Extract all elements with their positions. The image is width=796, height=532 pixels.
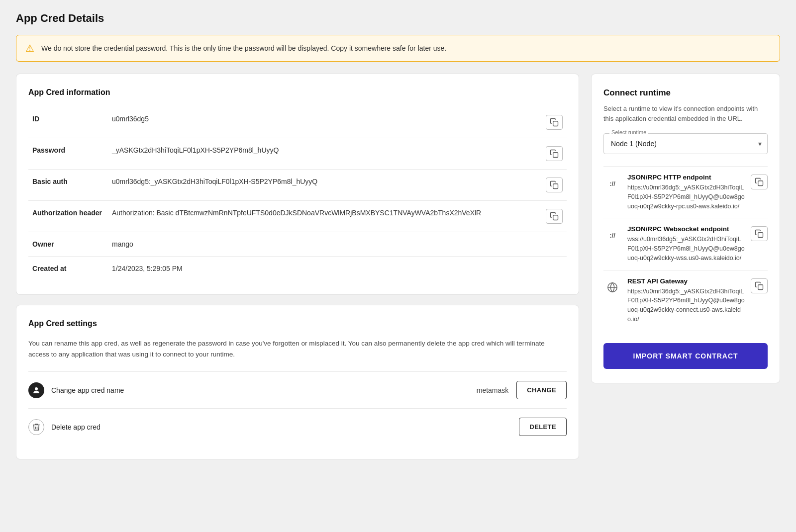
delete-label: Delete app cred (51, 423, 519, 431)
field-value: u0mrl36dg5:_yASKGtx2dH3hiToqiLF0l1pXH-S5… (108, 170, 546, 201)
page-title: App Cred Details (16, 12, 780, 25)
field-label: ID (28, 107, 108, 138)
settings-description: You can rename this app cred, as well as… (28, 338, 567, 359)
delete-row: Delete app cred DELETE (28, 408, 567, 445)
copy-password-button[interactable] (546, 146, 563, 161)
settings-card-title: App Cred settings (28, 319, 567, 328)
info-table: ID u0mrl36dg5 Password _yASKGtx2dH3hiToq… (28, 107, 567, 280)
table-row: Created at 1/24/2023, 5:29:05 PM (28, 257, 567, 281)
endpoint-rest-label: REST API Gateway (627, 277, 745, 285)
cred-name-value: metamask (477, 386, 509, 394)
copy-rest-endpoint-button[interactable] (751, 278, 768, 293)
field-label: Password (28, 138, 108, 170)
svg-rect-1 (553, 153, 558, 158)
field-value: Authorization: Basic dTBtcmwzNmRnNTpfeUF… (108, 201, 546, 232)
copy-auth-header-button[interactable] (546, 209, 563, 224)
field-value: u0mrl36dg5 (108, 107, 546, 138)
copy-id-button[interactable] (546, 115, 563, 130)
connect-panel: Connect runtime Select a runtime to view… (591, 74, 780, 383)
endpoint-ws-label: JSON/RPC Websocket endpoint (627, 225, 745, 233)
import-smart-contract-button[interactable]: IMPORT SMART CONTRACT (603, 343, 768, 369)
runtime-select[interactable]: Node 1 (Node) (603, 133, 768, 154)
field-value: mango (108, 232, 546, 257)
field-label: Basic auth (28, 170, 108, 201)
rpc-icon: :// (603, 175, 621, 192)
svg-point-4 (35, 387, 38, 390)
endpoint-ws: :// JSON/RPC Websocket endpoint wss://u0… (603, 218, 768, 269)
connect-title: Connect runtime (603, 88, 768, 98)
info-card: App Cred information ID u0mrl36dg5 Passw… (16, 74, 579, 295)
change-button[interactable]: CHANGE (516, 381, 567, 399)
settings-card: App Cred settings You can rename this ap… (16, 305, 579, 459)
table-row: Authorization header Authorization: Basi… (28, 201, 567, 232)
info-card-title: App Cred information (28, 88, 567, 97)
left-panel: App Cred information ID u0mrl36dg5 Passw… (16, 74, 579, 459)
runtime-select-wrapper: Select runtime Node 1 (Node) ▾ (603, 133, 768, 154)
field-label: Authorization header (28, 201, 108, 232)
connect-desc: Select a runtime to view it's connection… (603, 104, 768, 123)
endpoint-http: :// JSON/RPC HTTP endpoint https://u0mrl… (603, 166, 768, 218)
field-label: Owner (28, 232, 108, 257)
endpoint-ws-url: wss://u0mrl36dg5:_yASKGtx2dH3hiToqiLF0l1… (627, 235, 745, 263)
table-row: Owner mango (28, 232, 567, 257)
table-row: Basic auth u0mrl36dg5:_yASKGtx2dH3hiToqi… (28, 170, 567, 201)
ws-icon: :// (603, 226, 621, 244)
trash-icon (28, 419, 44, 435)
table-row: ID u0mrl36dg5 (28, 107, 567, 138)
endpoint-http-label: JSON/RPC HTTP endpoint (627, 174, 745, 181)
svg-rect-2 (553, 184, 558, 189)
alert-banner: ⚠ We do not store the credential passwor… (16, 35, 780, 62)
warning-icon: ⚠ (25, 42, 34, 54)
table-row: Password _yASKGtx2dH3hiToqiLF0l1pXH-S5P2… (28, 138, 567, 170)
copy-http-endpoint-button[interactable] (751, 175, 768, 189)
field-value: _yASKGtx2dH3hiToqiLF0l1pXH-S5P2YP6m8l_hU… (108, 138, 546, 170)
endpoint-rest: REST API Gateway https://u0mrl36dg5:_yAS… (603, 270, 768, 331)
svg-rect-0 (553, 121, 558, 126)
svg-rect-5 (758, 181, 763, 186)
change-name-label: Change app cred name (51, 386, 477, 394)
delete-button[interactable]: DELETE (519, 418, 567, 436)
endpoint-http-url: https://u0mrl36dg5:_yASKGtx2dH3hiToqiLF0… (627, 183, 745, 211)
field-label: Created at (28, 257, 108, 281)
api-icon (603, 278, 621, 296)
svg-rect-3 (553, 215, 558, 220)
svg-rect-7 (758, 284, 763, 289)
person-icon (28, 382, 44, 398)
endpoint-rest-url: https://u0mrl36dg5:_yASKGtx2dH3hiToqiLF0… (627, 287, 745, 324)
copy-basic-auth-button[interactable] (546, 177, 563, 192)
svg-rect-6 (758, 233, 763, 238)
alert-text: We do not store the credential password.… (41, 44, 446, 52)
select-label: Select runtime (609, 129, 648, 135)
field-value: 1/24/2023, 5:29:05 PM (108, 257, 546, 281)
change-name-row: Change app cred name metamask CHANGE (28, 371, 567, 408)
copy-ws-endpoint-button[interactable] (751, 226, 768, 241)
